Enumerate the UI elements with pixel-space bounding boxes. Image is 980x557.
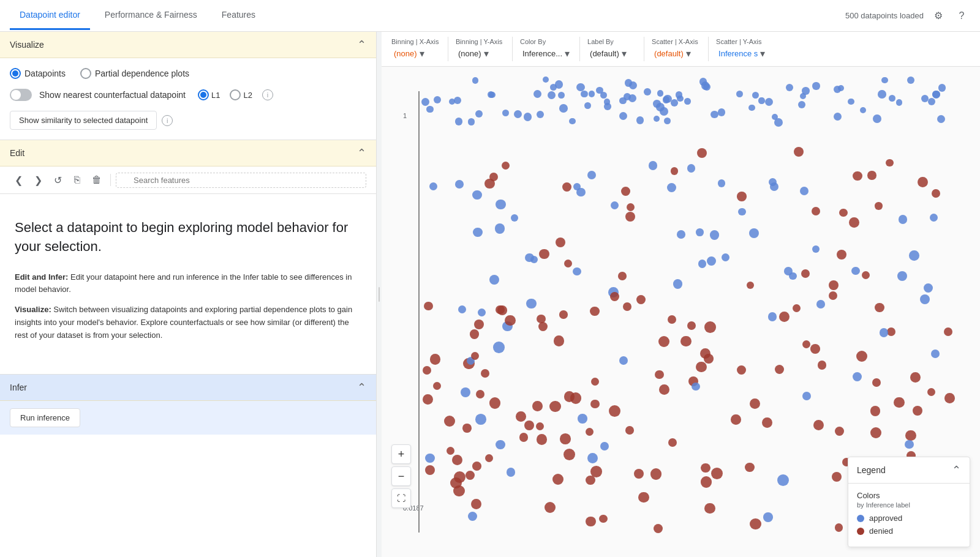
scatter-dot-denied[interactable]	[737, 192, 746, 201]
scatter-dot-denied[interactable]	[932, 189, 940, 198]
l1-radio[interactable]: L1	[198, 89, 220, 100]
scatter-dot-denied[interactable]	[524, 421, 534, 430]
scatter-dot-denied[interactable]	[810, 344, 820, 354]
scatter-dot-approved[interactable]	[920, 294, 930, 304]
scatter-dot-approved[interactable]	[489, 275, 499, 285]
scatter-dot-denied[interactable]	[609, 405, 620, 417]
scatter-dot-approved[interactable]	[657, 90, 664, 97]
scatter-dot-approved[interactable]	[644, 88, 651, 95]
scatter-dot-denied[interactable]	[875, 202, 882, 209]
scatter-dot-denied[interactable]	[537, 315, 546, 324]
scatter-dot-approved[interactable]	[493, 342, 505, 353]
scatter-dot-approved[interactable]	[881, 77, 888, 83]
scatter-dot-approved[interactable]	[550, 84, 557, 91]
scatter-dot-denied[interactable]	[481, 369, 489, 378]
scatter-dot-approved[interactable]	[765, 98, 773, 106]
scatter-dot-approved[interactable]	[889, 95, 895, 102]
scatter-dot-denied[interactable]	[801, 269, 810, 278]
scatter-dot-approved[interactable]	[812, 245, 820, 253]
scatter-dot-approved[interactable]	[496, 200, 506, 210]
scatter-dot-denied[interactable]	[837, 250, 846, 260]
scatter-dot-denied[interactable]	[849, 217, 859, 228]
scatter-dot-denied[interactable]	[545, 502, 556, 513]
scatter-dot-approved[interactable]	[897, 271, 907, 281]
scatter-dot-denied[interactable]	[590, 466, 602, 477]
scatter-dot-denied[interactable]	[562, 182, 571, 192]
scatter-dot-denied[interactable]	[905, 430, 916, 441]
scatter-dot-denied[interactable]	[658, 336, 669, 347]
scatter-dot-approved[interactable]	[738, 208, 746, 216]
scatter-dot-approved[interactable]	[543, 77, 549, 83]
scatter-dot-denied[interactable]	[680, 336, 691, 346]
similarity-info-icon[interactable]: i	[162, 115, 173, 126]
scatter-dot-approved[interactable]	[636, 116, 644, 124]
scatter-dot-approved[interactable]	[468, 118, 475, 125]
scatter-dot-approved[interactable]	[548, 91, 556, 99]
tab-features[interactable]: Features	[212, 1, 265, 30]
scatter-dot-denied[interactable]	[872, 378, 881, 387]
color-by-select[interactable]: Inference... ▾	[520, 47, 572, 61]
infer-section-header[interactable]: Infer ⌃	[0, 375, 376, 401]
scatter-dot-denied[interactable]	[711, 468, 723, 479]
scatter-dot-approved[interactable]	[619, 97, 626, 104]
scatter-dot-denied[interactable]	[536, 422, 544, 430]
scatter-dot-approved[interactable]	[800, 187, 809, 195]
scatter-dot-denied[interactable]	[638, 492, 649, 503]
scatter-dot-denied[interactable]	[745, 463, 755, 473]
scatter-dot-denied[interactable]	[452, 455, 462, 465]
scatter-dot-approved[interactable]	[581, 91, 587, 97]
scatter-x-select[interactable]: (default) ▾	[652, 47, 701, 61]
scatter-dot-approved[interactable]	[802, 87, 809, 94]
scatter-dot-denied[interactable]	[519, 433, 528, 441]
scatter-dot-denied[interactable]	[453, 485, 465, 497]
scatter-dot-approved[interactable]	[909, 250, 919, 261]
scatter-dot-denied[interactable]	[564, 260, 572, 267]
binning-y-select[interactable]: (none) ▾	[456, 47, 505, 61]
scatter-dot-denied[interactable]	[668, 438, 677, 447]
scatter-dot-approved[interactable]	[434, 96, 442, 104]
scatter-dot-approved[interactable]	[851, 267, 859, 275]
scatter-dot-denied[interactable]	[539, 249, 549, 259]
scatter-dot-approved[interactable]	[455, 180, 464, 189]
scatter-dot-denied[interactable]	[505, 315, 515, 326]
legend-collapse-icon[interactable]: ⌃	[952, 463, 961, 477]
scatter-dot-approved[interactable]	[558, 92, 565, 99]
scatter-dot-denied[interactable]	[779, 312, 790, 322]
scatter-dot-denied[interactable]	[762, 417, 772, 428]
scatter-dot-approved[interactable]	[625, 79, 632, 86]
l2-radio[interactable]: L2	[230, 89, 252, 100]
scatter-dot-denied[interactable]	[839, 209, 848, 217]
scatter-dot-denied[interactable]	[627, 203, 635, 211]
scatter-dot-denied[interactable]	[870, 406, 881, 416]
scatter-dot-denied[interactable]	[462, 424, 471, 432]
scatter-dot-approved[interactable]	[587, 171, 596, 179]
scatter-dot-denied[interactable]	[867, 171, 876, 179]
scatter-dot-denied[interactable]	[586, 428, 594, 436]
scatter-dot-approved[interactable]	[812, 82, 820, 89]
scatter-dot-approved[interactable]	[468, 512, 477, 521]
scatter-dot-denied[interactable]	[835, 427, 844, 436]
scatter-dot-approved[interactable]	[752, 92, 759, 99]
scatter-dot-denied[interactable]	[671, 167, 678, 174]
scatter-dot-denied[interactable]	[887, 327, 895, 336]
scatter-dot-denied[interactable]	[668, 315, 676, 324]
scatter-dot-approved[interactable]	[687, 164, 696, 173]
scatter-dot-denied[interactable]	[731, 414, 741, 424]
scatter-dot-denied[interactable]	[687, 321, 696, 330]
scatter-dot-denied[interactable]	[813, 420, 824, 430]
delete-icon[interactable]: 🗑	[88, 171, 105, 189]
scatter-dot-approved[interactable]	[472, 77, 479, 84]
scatter-dot-approved[interactable]	[699, 78, 707, 86]
scatter-dot-denied[interactable]	[559, 310, 567, 318]
scatter-dot-approved[interactable]	[710, 111, 718, 118]
scatter-dot-denied[interactable]	[502, 162, 510, 170]
scatter-dot-approved[interactable]	[907, 77, 914, 84]
scatter-dot-denied[interactable]	[599, 515, 607, 523]
scatter-dot-approved[interactable]	[589, 91, 595, 97]
scatter-dot-approved[interactable]	[495, 223, 505, 233]
scatter-dot-approved[interactable]	[873, 114, 881, 123]
scatter-dot-denied[interactable]	[476, 390, 484, 398]
counterfactual-toggle[interactable]	[10, 89, 32, 101]
scatter-dot-denied[interactable]	[586, 517, 596, 527]
scatter-dot-approved[interactable]	[667, 183, 676, 192]
